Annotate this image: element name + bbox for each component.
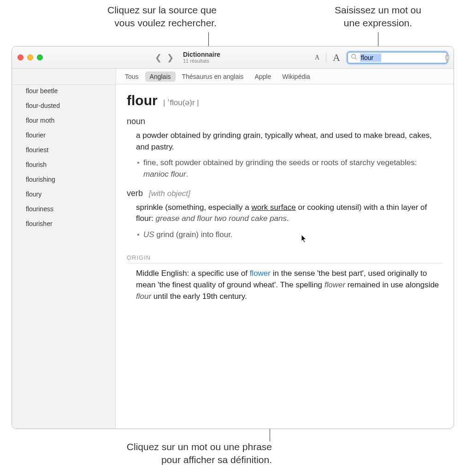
sidebar: flourflour beetleflour-dustedflour mothf…: [12, 69, 116, 428]
font-smaller-button[interactable]: A: [315, 54, 319, 61]
text: until the early 19th century.: [151, 292, 247, 301]
text: .: [186, 170, 189, 178]
text: remained in use alongside: [345, 280, 439, 289]
titlebar: ❮ ❯ Dictionnaire 11 résultats A A ✕: [12, 47, 454, 69]
verb-subdefinition: US grind (grain) into flour.: [138, 229, 442, 241]
callout-sources: Cliquez sur la source quevous voulez rec…: [60, 4, 217, 30]
font-size-controls: A A: [315, 52, 340, 64]
region-label: US: [143, 230, 154, 239]
sidebar-item[interactable]: flourisher: [12, 216, 115, 231]
svg-point-0: [352, 54, 356, 59]
font-larger-button[interactable]: A: [333, 52, 340, 64]
verb-annotation: [with object]: [149, 189, 190, 198]
window-subtitle: 11 résultats: [183, 58, 220, 64]
sidebar-item[interactable]: flourish: [12, 157, 115, 172]
italic-text: flour: [136, 292, 151, 301]
verb-definition: sprinkle (something, especially a work s…: [136, 202, 442, 225]
text: grind (grain) into flour.: [154, 230, 233, 239]
maximize-button[interactable]: [37, 54, 43, 60]
linked-word[interactable]: work surface: [251, 203, 295, 212]
headword: flour: [127, 93, 158, 108]
pronunciation: | ˈflou(ə)r |: [163, 98, 199, 107]
origin-link[interactable]: flower: [250, 269, 271, 278]
text: .: [287, 214, 289, 223]
sidebar-item[interactable]: flourier: [12, 128, 115, 143]
source-tabs: TousAnglaisThésaurus en anglaisAppleWiki…: [116, 69, 454, 84]
pos-verb: verb [with object]: [127, 189, 442, 198]
noun-definition: a powder obtained by grinding grain, typ…: [136, 130, 442, 153]
callout-worddef: Cliquez sur un mot ou une phrasepour aff…: [60, 440, 272, 467]
window-controls: [18, 54, 43, 60]
back-button[interactable]: ❮: [153, 53, 163, 63]
search-input[interactable]: [360, 54, 442, 62]
italic-text: flower: [324, 280, 345, 289]
definition-content: flour | ˈflou(ə)r | noun a powder obtain…: [116, 84, 454, 428]
origin-text: Middle English: a specific use of flower…: [136, 268, 442, 302]
search-icon: [351, 54, 357, 61]
sidebar-item[interactable]: flouriest: [12, 143, 115, 157]
sidebar-item[interactable]: flouriness: [12, 202, 115, 216]
sidebar-item[interactable]: flour moth: [12, 113, 115, 128]
window-title: Dictionnaire: [183, 51, 220, 58]
divider: [326, 53, 326, 62]
nav-arrows: ❮ ❯: [153, 53, 175, 63]
source-tab-apple[interactable]: Apple: [250, 71, 276, 82]
origin-heading: ORIGIN: [127, 254, 442, 263]
source-tab-anglais[interactable]: Anglais: [145, 71, 176, 82]
noun-subdefinition: fine, soft powder obtained by grinding t…: [138, 157, 442, 180]
source-tab-thésaurus-en-anglais[interactable]: Thésaurus en anglais: [177, 71, 248, 82]
forward-button[interactable]: ❯: [165, 53, 175, 63]
source-tab-wikipédia[interactable]: Wikipédia: [277, 71, 315, 82]
pos-noun: noun: [127, 117, 442, 126]
search-box[interactable]: ✕: [347, 51, 448, 64]
source-tab-tous[interactable]: Tous: [120, 71, 143, 82]
example-text: manioc flour: [143, 170, 186, 178]
close-button[interactable]: [18, 54, 24, 60]
text: fine, soft powder obtained by grinding t…: [143, 158, 417, 167]
sidebar-item[interactable]: floury: [12, 187, 115, 202]
sidebar-item[interactable]: flourishing: [12, 172, 115, 187]
window-body: flourflour beetleflour-dustedflour mothf…: [12, 69, 454, 428]
svg-line-1: [355, 58, 357, 60]
minimize-button[interactable]: [27, 54, 33, 60]
dictionary-window: ❮ ❯ Dictionnaire 11 résultats A A ✕ flou…: [12, 46, 454, 429]
text: Middle English: a specific use of: [136, 269, 250, 278]
pos-label: verb: [127, 189, 143, 198]
sidebar-item[interactable]: flour beetle: [12, 83, 115, 98]
text: sprinkle (something, especially a: [136, 203, 251, 212]
title-block: Dictionnaire 11 résultats: [183, 51, 220, 64]
callout-search: Saisissez un mot ouune expression.: [318, 4, 438, 30]
example-text: grease and flour two round cake pans: [156, 214, 287, 223]
sidebar-item[interactable]: flour-dusted: [12, 98, 115, 113]
clear-search-button[interactable]: ✕: [445, 54, 449, 61]
